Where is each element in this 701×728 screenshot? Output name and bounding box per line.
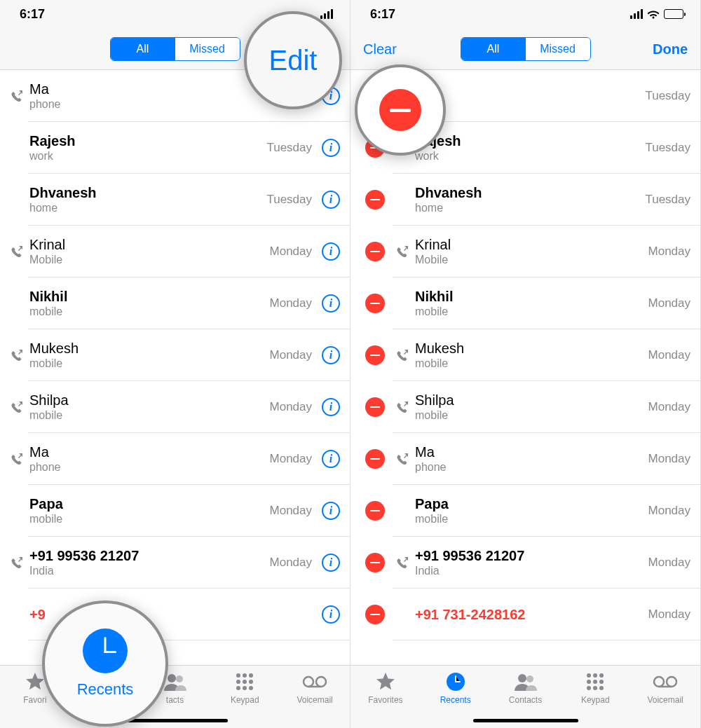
outgoing-indicator bbox=[393, 349, 414, 362]
call-row[interactable]: MukeshmobileMonday bbox=[350, 329, 700, 381]
row-trailing: Monday bbox=[648, 452, 690, 466]
caller-name: Ma bbox=[415, 81, 645, 97]
segment-all[interactable]: All bbox=[461, 38, 526, 60]
callout-delete bbox=[355, 64, 446, 156]
call-row[interactable]: KrinalMobileMondayi bbox=[0, 226, 350, 277]
call-row[interactable]: RajeshworkTuesdayi bbox=[0, 122, 350, 174]
call-list[interactable]: MahoneTuesdayRajeshworkTuesdayDhvaneshho… bbox=[350, 70, 700, 640]
delete-row-button[interactable] bbox=[358, 501, 393, 521]
call-row[interactable]: MaphoneMondayi bbox=[0, 433, 350, 485]
keypad-icon bbox=[586, 671, 604, 692]
outgoing-call-icon bbox=[11, 245, 24, 258]
contacts-icon bbox=[513, 671, 537, 692]
info-icon: i bbox=[329, 608, 332, 621]
info-button[interactable]: i bbox=[322, 605, 340, 624]
svg-point-28 bbox=[667, 677, 676, 687]
row-trailing: Mondayi bbox=[270, 554, 340, 572]
call-row[interactable]: NikhilmobileMonday bbox=[350, 277, 700, 329]
caller-name: +91 731-2428162 bbox=[415, 607, 648, 623]
caller-name: Ma bbox=[415, 444, 648, 460]
svg-point-23 bbox=[599, 680, 604, 684]
outgoing-call-icon bbox=[397, 401, 409, 413]
home-indicator[interactable] bbox=[123, 719, 228, 722]
tab-label: Keypad bbox=[231, 695, 259, 705]
callout-edit-label: Edit bbox=[269, 45, 318, 76]
status-indicators bbox=[320, 9, 333, 19]
call-row[interactable]: MukeshmobileMondayi bbox=[0, 329, 350, 381]
caller-subtitle: phone bbox=[29, 97, 266, 111]
call-day: Monday bbox=[270, 452, 312, 466]
delete-row-button[interactable] bbox=[358, 190, 393, 210]
segmented-control[interactable]: All Missed bbox=[461, 37, 591, 61]
call-row[interactable]: DhvaneshhomeTuesdayi bbox=[0, 174, 350, 226]
home-indicator[interactable] bbox=[473, 719, 578, 722]
call-row[interactable]: +91 99536 21207IndiaMonday bbox=[350, 537, 700, 589]
outgoing-indicator bbox=[393, 401, 414, 413]
status-bar: 6:17 bbox=[350, 0, 700, 28]
row-trailing: Monday bbox=[648, 245, 690, 259]
delete-row-button[interactable] bbox=[358, 605, 393, 624]
minus-icon bbox=[365, 345, 385, 365]
row-trailing: Mondayi bbox=[270, 502, 340, 520]
call-row[interactable]: +91 99536 21207IndiaMondayi bbox=[0, 537, 350, 589]
call-info: Maphone bbox=[28, 444, 270, 474]
caller-subtitle: home bbox=[415, 201, 645, 214]
info-button[interactable]: i bbox=[322, 502, 340, 520]
delete-row-button[interactable] bbox=[358, 345, 393, 365]
tab-voicemail[interactable]: Voicemail bbox=[280, 671, 350, 728]
caller-name: Krinal bbox=[415, 237, 648, 253]
call-day: Tuesday bbox=[266, 141, 312, 155]
call-row[interactable]: PapamobileMonday bbox=[350, 485, 700, 537]
info-button[interactable]: i bbox=[322, 346, 340, 364]
delete-row-button[interactable] bbox=[358, 397, 393, 417]
svg-point-8 bbox=[249, 680, 253, 684]
outgoing-indicator bbox=[393, 245, 414, 258]
segment-missed[interactable]: Missed bbox=[526, 38, 590, 60]
outgoing-call-icon bbox=[11, 453, 24, 465]
tab-voicemail[interactable]: Voicemail bbox=[630, 671, 700, 728]
svg-point-26 bbox=[599, 686, 604, 690]
call-day: Monday bbox=[648, 452, 690, 466]
segment-missed[interactable]: Missed bbox=[175, 38, 240, 60]
caller-subtitle: mobile bbox=[29, 512, 270, 526]
call-info: Dhvaneshhome bbox=[28, 185, 266, 214]
delete-row-button[interactable] bbox=[358, 242, 393, 261]
info-button[interactable]: i bbox=[322, 450, 340, 468]
outgoing-indicator bbox=[7, 556, 28, 569]
done-button[interactable]: Done bbox=[640, 41, 700, 57]
tab-favorites[interactable]: Favorites bbox=[350, 671, 421, 728]
call-row[interactable]: DhvaneshhomeTuesday bbox=[350, 174, 700, 226]
call-row[interactable]: +91 731-2428162Monday bbox=[350, 589, 700, 640]
call-row[interactable]: KrinalMobileMonday bbox=[350, 226, 700, 277]
call-list[interactable]: MaphoneTuesdayiRajeshworkTuesdayiDhvanes… bbox=[0, 70, 350, 640]
tab-label: Favori bbox=[23, 695, 46, 705]
delete-row-button[interactable] bbox=[358, 449, 393, 469]
info-button[interactable]: i bbox=[322, 294, 340, 313]
delete-row-button[interactable] bbox=[358, 553, 393, 572]
info-button[interactable]: i bbox=[322, 242, 340, 261]
call-row[interactable]: MaphoneMonday bbox=[350, 433, 700, 485]
row-trailing: i bbox=[322, 605, 340, 624]
call-row[interactable]: PapamobileMondayi bbox=[0, 485, 350, 537]
caller-subtitle: mobile bbox=[415, 408, 648, 422]
clear-button[interactable]: Clear bbox=[350, 41, 409, 57]
delete-row-button[interactable] bbox=[358, 294, 393, 313]
caller-name: Dhvanesh bbox=[415, 185, 645, 201]
caller-name: +91 99536 21207 bbox=[29, 548, 270, 564]
call-row[interactable]: ShilpamobileMonday bbox=[350, 381, 700, 433]
segmented-control[interactable]: All Missed bbox=[110, 37, 240, 61]
info-button[interactable]: i bbox=[322, 554, 340, 572]
call-day: Monday bbox=[270, 245, 312, 259]
svg-point-1 bbox=[168, 674, 176, 682]
row-trailing: Monday bbox=[648, 400, 690, 414]
row-trailing: Tuesdayi bbox=[266, 139, 340, 157]
call-row[interactable]: ShilpamobileMondayi bbox=[0, 381, 350, 433]
info-button[interactable]: i bbox=[322, 398, 340, 416]
info-button[interactable]: i bbox=[322, 139, 340, 157]
info-button[interactable]: i bbox=[322, 191, 340, 209]
minus-icon bbox=[365, 190, 385, 210]
phone-screen-normal: 6:17 All Missed Edit MaphoneTuesdayiRaje… bbox=[0, 0, 350, 728]
segment-all[interactable]: All bbox=[111, 38, 175, 60]
call-row[interactable]: NikhilmobileMondayi bbox=[0, 277, 350, 329]
minus-icon bbox=[365, 501, 385, 521]
